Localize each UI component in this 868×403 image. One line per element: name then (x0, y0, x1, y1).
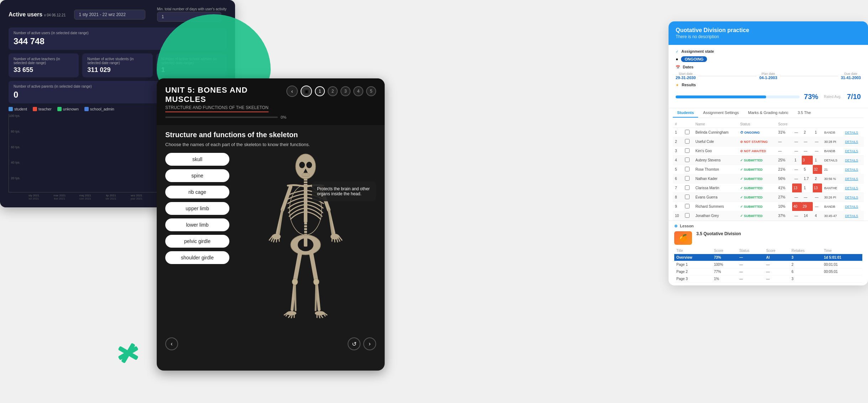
row-checkbox[interactable] (685, 213, 690, 218)
legend-admin: school_admin (84, 107, 114, 111)
status-submitted: ✓ SUBMITTED (740, 186, 763, 190)
teacher-color (33, 107, 37, 111)
lesson-sub-table: Title Score Status Score Retakes Time Ov… (674, 248, 862, 283)
plan-date-value: 04-1-2003 (759, 76, 777, 80)
date-range-picker[interactable] (74, 10, 145, 20)
row-checkbox[interactable] (685, 148, 690, 153)
details-link[interactable]: DETAILS (845, 159, 858, 162)
details-link[interactable]: DETAILS (845, 168, 858, 171)
plan-date-label: Plan date (762, 72, 775, 76)
lesson-col-title: Title (674, 248, 712, 254)
row-checkbox[interactable] (685, 157, 690, 162)
assignment-state-label: Assignment state (681, 49, 714, 53)
details-link[interactable]: DETAILS (845, 149, 858, 153)
next-page-btn[interactable]: › (363, 337, 376, 350)
lesson-thumbnail: 🍊 (674, 231, 692, 245)
row-checkbox[interactable] (685, 185, 690, 190)
lesson-section: ⊕ Lesson 🍊 3.5 Quotative Division Title … (669, 221, 868, 285)
prev-nav-btn[interactable]: ‹ (286, 86, 298, 97)
results-track (676, 95, 800, 98)
admin-label: school_admin (90, 107, 114, 111)
part-spine[interactable]: spine (165, 169, 229, 182)
student-name: Aubrey Stevens (693, 156, 738, 165)
details-link[interactable]: DETAILS (845, 131, 858, 134)
part-pelvic-girdle[interactable]: pelvic girdle (165, 235, 229, 248)
teachers-value: 33 655 (14, 66, 74, 74)
svg-line-54 (319, 315, 320, 318)
svg-line-44 (289, 315, 290, 317)
details-link[interactable]: DETAILS (845, 214, 858, 218)
skeleton-content: skull spine rib cage upper limb lower li… (165, 153, 376, 327)
col-q1 (792, 121, 801, 128)
row-checkbox[interactable] (685, 204, 690, 208)
nav-dot-3[interactable]: 3 (341, 86, 350, 96)
part-shoulder-girdle[interactable]: shoulder girdle (165, 251, 229, 264)
table-row: 4 Aubrey Stevens ✓ SUBMITTED 25% 131 DET… (673, 156, 864, 165)
col-q2 (802, 121, 813, 128)
row-checkbox[interactable] (685, 130, 690, 134)
reset-btn[interactable]: ↺ (348, 337, 360, 350)
svg-rect-13 (304, 225, 307, 227)
col-status: Status (738, 121, 776, 128)
part-lower-limb[interactable]: lower limb (165, 218, 229, 231)
quiz-card: Quotative Division practice There is no … (669, 21, 868, 285)
row-checkbox[interactable] (685, 195, 690, 199)
prev-page-btn[interactable]: ‹ (165, 337, 178, 350)
tab-students[interactable]: Students (673, 108, 698, 118)
row-checkbox[interactable] (685, 176, 690, 181)
results-label: Results (682, 83, 696, 87)
svg-line-37 (332, 236, 332, 241)
students-label: Number of active students (in selected d… (87, 57, 147, 65)
lesson-tbody: Overview 73% — Al 3 1d 5:01:01 Page 1 10… (674, 254, 862, 283)
svg-rect-15 (304, 231, 307, 233)
nav-dot-2[interactable]: 2 (328, 86, 338, 96)
tab-assignment-settings[interactable]: Assignment Settings (699, 108, 743, 118)
svg-line-47 (311, 252, 316, 281)
nav-dot-5[interactable]: 5 (366, 86, 376, 96)
quiz-tabs: Students Assignment Settings Marks & Gra… (673, 108, 864, 118)
svg-rect-7 (304, 179, 307, 181)
quiz-header: Quotative Division practice There is no … (669, 21, 868, 45)
analytics-version: v 04 06.12.21 (44, 13, 66, 17)
status-submitted: ✓ SUBMITTED (740, 205, 763, 208)
footer-controls: ↺ › (348, 337, 376, 350)
status-ongoing: ⏱ ONGOING (740, 131, 760, 134)
student-label: student (14, 107, 27, 111)
date-line-1 (698, 76, 757, 76)
details-link[interactable]: DETAILS (845, 140, 858, 144)
presenter-btn[interactable]: ▣ (301, 86, 312, 97)
row-checkbox[interactable] (685, 167, 690, 171)
col-score: Score (776, 121, 792, 128)
student-name: Useful Cole (693, 137, 738, 146)
part-rib-cage[interactable]: rib cage (165, 186, 229, 198)
details-link[interactable]: DETAILS (845, 186, 858, 190)
unit-title: UNIT 5: BONES AND MUSCLES (165, 86, 286, 104)
nav-dot-1[interactable]: 1 (315, 86, 325, 96)
cross-decoration (118, 342, 139, 364)
x-label: sty 2021lut 2021 (21, 194, 47, 200)
analytics-title-area: Active users v 04 06.12.21 (9, 11, 66, 18)
unit-subtitle: STRUCTURE AND FUNCTIONS OF THE SKELETON (165, 105, 269, 112)
col-time (822, 121, 843, 128)
part-upper-limb[interactable]: upper limb (165, 202, 229, 215)
tab-lesson[interactable]: 3.5 The (793, 108, 815, 118)
legend-teacher: teacher (33, 107, 52, 111)
svg-line-49 (316, 281, 316, 310)
details-link[interactable]: DETAILS (845, 196, 858, 199)
part-skull[interactable]: skull (165, 153, 229, 166)
status-not-started: ⊘ NOT STARTING (740, 140, 768, 144)
table-row: 1 Belinda Cunningham ⏱ ONGOING 31% —21 B… (673, 128, 864, 137)
students-tbody: 1 Belinda Cunningham ⏱ ONGOING 31% —21 B… (673, 128, 864, 221)
table-row: 2 Useful Cole ⊘ NOT STARTING — ——— 30:28… (673, 137, 864, 146)
row-checkbox[interactable] (685, 139, 690, 144)
lesson-col-retakes: Retakes (789, 248, 822, 254)
student-name: Belinda Cunningham (693, 128, 738, 137)
due-date-value: 31-41-2003 (841, 76, 861, 80)
details-link[interactable]: DETAILS (845, 205, 858, 208)
details-link[interactable]: DETAILS (845, 177, 858, 181)
lesson-title: 3.5 Quotative Division (696, 231, 741, 236)
table-row: Page 1 100% — — 2 00:01:01 (674, 261, 862, 268)
svg-rect-19 (304, 236, 307, 247)
nav-dot-4[interactable]: 4 (353, 86, 363, 96)
tab-marks-grading[interactable]: Marks & Grading rubric (744, 108, 792, 118)
